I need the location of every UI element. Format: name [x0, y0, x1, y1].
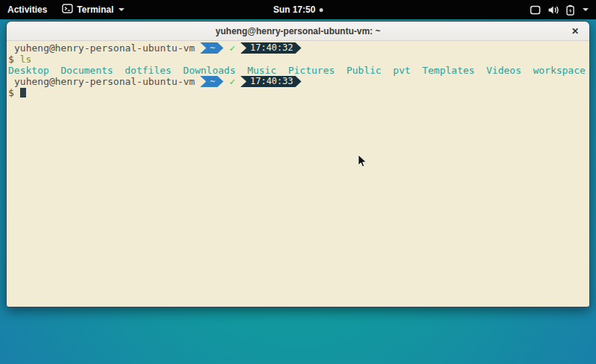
prompt-path-segment: ~: [200, 76, 224, 87]
terminal-icon: [62, 4, 73, 16]
ls-output: Desktop Documents dotfiles Downloads Mus…: [8, 65, 589, 76]
prompt-symbol: $: [8, 87, 14, 98]
close-button[interactable]: ✕: [567, 22, 583, 40]
prompt-user-host: yuheng@henry-personal-ubuntu-vm: [14, 76, 195, 87]
clock-label: Sun 17:50: [273, 4, 316, 15]
activities-button[interactable]: Activities: [0, 0, 54, 19]
titlebar[interactable]: yuheng@henry-personal-ubuntu-vm: ~ ✕: [7, 22, 589, 41]
app-menu-label: Terminal: [77, 4, 113, 15]
command-line: $ ls: [8, 54, 589, 65]
notification-dot-icon: [319, 8, 323, 12]
system-status-menu[interactable]: [522, 0, 596, 19]
current-command-line: $: [8, 87, 589, 98]
prompt-path-segment: ~: [200, 42, 224, 54]
clock-button[interactable]: Sun 17:50: [266, 0, 331, 19]
chevron-down-icon: [583, 8, 589, 11]
prompt-time-segment: 17:40:32: [241, 42, 302, 54]
battery-charging-icon: [566, 4, 574, 16]
top-bar: Activities Terminal Sun 17:50: [0, 0, 596, 19]
app-menu-terminal[interactable]: Terminal: [54, 0, 132, 19]
terminal-content[interactable]: yuheng@henry-personal-ubuntu-vm~✓17:40:3…: [7, 41, 589, 307]
prompt-status-check-icon: ✓: [229, 76, 235, 87]
prompt-symbol: $: [8, 54, 14, 65]
prompt-line: yuheng@henry-personal-ubuntu-vm~✓17:40:3…: [8, 42, 589, 54]
prompt-user-host: yuheng@henry-personal-ubuntu-vm: [14, 42, 195, 54]
screen-share-icon: [530, 5, 541, 15]
mouse-pointer-icon: [358, 154, 367, 171]
chevron-down-icon: [118, 8, 124, 11]
activities-label: Activities: [7, 4, 47, 15]
prompt-status-check-icon: ✓: [229, 42, 235, 54]
typed-command: ls: [20, 54, 32, 65]
terminal-window: yuheng@henry-personal-ubuntu-vm: ~ ✕ yuh…: [6, 21, 590, 307]
volume-icon: [548, 5, 559, 15]
text-cursor: [20, 88, 26, 98]
prompt-time-segment: 17:40:33: [241, 76, 302, 87]
window-title: yuheng@henry-personal-ubuntu-vm: ~: [215, 26, 380, 36]
prompt-line: yuheng@henry-personal-ubuntu-vm~✓17:40:3…: [8, 76, 589, 87]
